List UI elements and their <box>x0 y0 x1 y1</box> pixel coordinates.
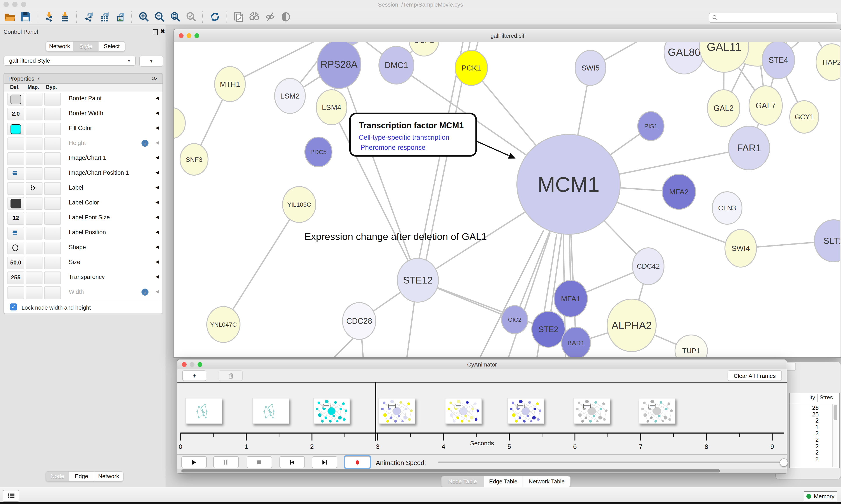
node-SWI4[interactable]: SWI4 <box>725 230 756 267</box>
export-network-button[interactable] <box>82 10 95 23</box>
play-button[interactable] <box>181 456 207 468</box>
timeline-frame-1[interactable] <box>252 398 289 424</box>
map-cell[interactable] <box>26 182 42 195</box>
node-YIL105C[interactable]: YIL105C <box>283 186 316 222</box>
refresh-layout-button[interactable] <box>208 10 221 23</box>
clear-all-frames-button[interactable]: Clear All Frames <box>728 371 782 381</box>
skip-end-button[interactable] <box>312 456 337 468</box>
property-row-label[interactable]: Label◀ <box>4 181 162 196</box>
collapse-arrow-icon[interactable]: ◀ <box>156 95 159 100</box>
map-cell[interactable] <box>26 167 42 180</box>
def-cell[interactable] <box>7 227 24 239</box>
slider-thumb[interactable] <box>780 458 788 467</box>
table-cell[interactable]: 2 <box>790 430 819 437</box>
timeline-frame-4[interactable] <box>445 398 482 424</box>
property-row-label-color[interactable]: Label Color◀ <box>4 196 162 211</box>
map-cell[interactable] <box>26 271 42 284</box>
table-cell[interactable]: 25 <box>790 411 819 417</box>
tab-edge[interactable]: Edge <box>69 472 94 481</box>
property-row-fill-color[interactable]: Fill Color◀ <box>4 121 162 137</box>
table-cell[interactable]: 26 <box>790 404 819 411</box>
node-clip-left[interactable] <box>174 108 185 138</box>
node-DCP1[interactable]: DCP1 <box>409 42 439 56</box>
panel-close-icon[interactable]: ✖ <box>160 28 165 35</box>
animation-speed-slider[interactable] <box>438 462 782 463</box>
task-history-button[interactable] <box>3 490 19 502</box>
timeline-frame-3[interactable] <box>378 398 415 424</box>
node-CDC42[interactable]: CDC42 <box>632 248 664 285</box>
color-swatch[interactable] <box>11 199 21 209</box>
search-input[interactable] <box>720 14 837 21</box>
def-cell[interactable]: 50.0 <box>7 257 24 269</box>
annotation-caption[interactable]: Expression change after deletion of GAL1 <box>304 231 487 242</box>
collapse-arrow-icon[interactable]: ◀ <box>156 155 159 160</box>
byp-cell[interactable] <box>44 242 61 254</box>
zoom-out-button[interactable] <box>153 10 166 23</box>
table-column-ity[interactable]: ity <box>790 394 815 401</box>
save-session-button[interactable] <box>19 10 32 23</box>
timeline-frame-7[interactable] <box>639 398 676 424</box>
tab-select[interactable]: Select <box>99 41 125 51</box>
node-PCK1[interactable]: PCK1 <box>455 50 487 85</box>
show-panels-button[interactable] <box>279 10 292 23</box>
timeline-frame-6[interactable] <box>573 398 610 424</box>
table-cell[interactable]: 2 <box>790 449 819 456</box>
property-row-image-chart-1[interactable]: Image/Chart 1◀ <box>4 151 162 166</box>
node-CLN3[interactable]: CLN3 <box>712 192 742 224</box>
tab-edge-table[interactable]: Edge Table <box>484 476 523 487</box>
collapse-arrow-icon[interactable]: ◀ <box>156 274 159 279</box>
birdseye-view-button[interactable] <box>248 10 261 23</box>
node-STE2[interactable]: STE2 <box>532 311 565 347</box>
pause-button[interactable] <box>213 456 239 468</box>
map-cell[interactable] <box>26 212 42 224</box>
property-row-size[interactable]: 50.0Size◀ <box>4 255 162 271</box>
search-box[interactable] <box>709 13 838 23</box>
frames-scrollbar[interactable] <box>177 469 787 473</box>
property-row-height[interactable]: Heighti◀ <box>4 136 162 151</box>
property-row-transparency[interactable]: 255Transparency◀ <box>4 270 162 286</box>
record-button[interactable] <box>345 456 370 468</box>
node-MFA2[interactable]: MFA2 <box>662 174 696 209</box>
node-BAR1[interactable]: BAR1 <box>561 327 590 357</box>
node-SWI5[interactable]: SWI5 <box>575 50 606 85</box>
zoom-fit-button[interactable] <box>168 10 182 23</box>
memory-button[interactable]: Memory <box>804 491 837 501</box>
node-YNL047C[interactable]: YNL047C <box>207 307 240 342</box>
byp-cell[interactable] <box>44 286 61 299</box>
property-row-border-width[interactable]: 2.0Border Width◀ <box>4 106 162 122</box>
def-cell[interactable] <box>7 93 24 106</box>
node-MFA1[interactable]: MFA1 <box>554 280 587 317</box>
map-cell[interactable] <box>26 242 42 254</box>
map-cell[interactable] <box>26 138 42 150</box>
collapse-arrow-icon[interactable]: ◀ <box>156 200 159 204</box>
collapse-arrow-icon[interactable]: ◀ <box>156 170 159 175</box>
map-cell[interactable] <box>26 152 42 165</box>
color-swatch[interactable] <box>11 124 21 134</box>
table-cell[interactable]: 2 <box>790 443 819 449</box>
property-row-shape[interactable]: Shape◀ <box>4 240 162 256</box>
collapse-arrow-icon[interactable]: ◀ <box>156 215 159 219</box>
node-SLT2[interactable]: SLT2 <box>814 220 840 262</box>
property-row-width[interactable]: Widthi◀ <box>4 285 162 300</box>
node-GAL2[interactable]: GAL2 <box>708 90 740 127</box>
byp-cell[interactable] <box>44 182 61 195</box>
timeline-frame-5[interactable] <box>507 398 544 424</box>
byp-cell[interactable] <box>44 138 61 150</box>
node-TUP1[interactable]: TUP1 <box>675 335 708 357</box>
info-icon[interactable]: i <box>142 140 148 147</box>
table-cell[interactable]: 2 <box>790 436 819 443</box>
timeline-frame-0[interactable] <box>185 398 222 424</box>
node-LSM2[interactable]: LSM2 <box>275 78 305 113</box>
annotation-mcm1[interactable]: Transcription factor MCM1 Cell-type-spec… <box>350 113 516 159</box>
node-MCM1[interactable]: MCM1 <box>517 134 620 234</box>
tab-network[interactable]: Network <box>46 41 74 51</box>
byp-cell[interactable] <box>44 108 61 121</box>
byp-cell[interactable] <box>44 123 61 135</box>
zoom-selected-button[interactable] <box>184 10 198 23</box>
color-swatch[interactable] <box>11 94 21 104</box>
import-network-button[interactable] <box>42 10 56 23</box>
def-cell[interactable]: 2.0 <box>7 108 24 121</box>
node-STE4[interactable]: STE4 <box>762 42 794 79</box>
table-cell[interactable]: 2 <box>790 456 819 463</box>
collapse-arrow-icon[interactable]: ◀ <box>156 289 159 294</box>
